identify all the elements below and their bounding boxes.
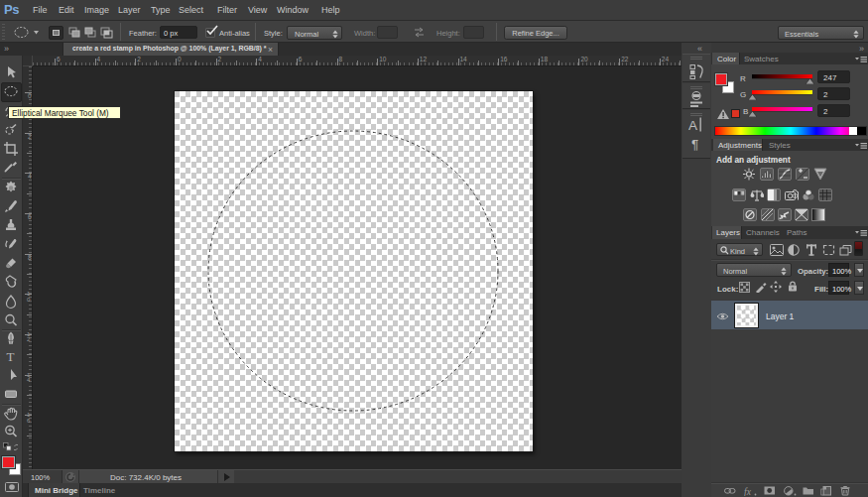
svg-text:T: T (7, 349, 15, 364)
svg-text:fx: fx (744, 487, 752, 497)
svg-text:¶: ¶ (691, 137, 698, 152)
svg-text:A: A (688, 118, 697, 133)
